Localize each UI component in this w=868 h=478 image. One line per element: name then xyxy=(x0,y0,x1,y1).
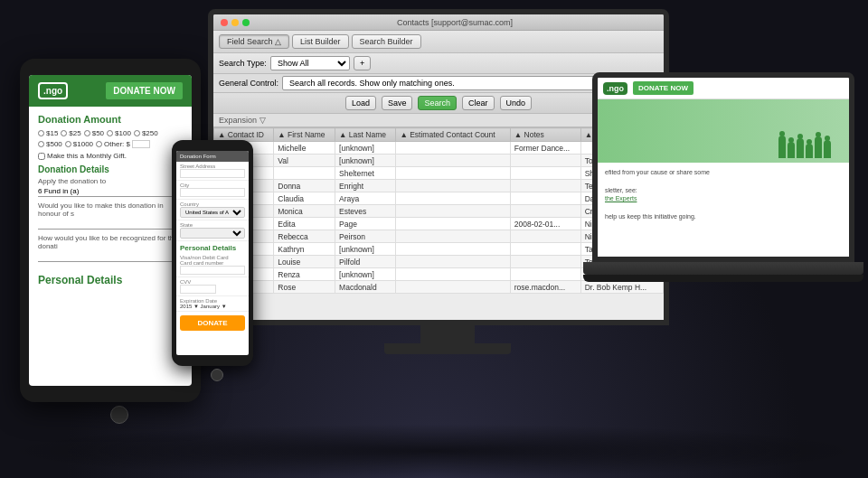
radio-250[interactable]: $250 xyxy=(134,129,158,137)
person-4 xyxy=(806,144,813,158)
close-dot[interactable] xyxy=(221,19,228,26)
phone-expiry-value: 2015 ▼ January ▼ xyxy=(180,304,245,309)
save-button[interactable]: Save xyxy=(382,96,413,110)
laptop-screen-inner: .ngo DONATE NOW xyxy=(598,78,849,257)
undo-button[interactable]: Undo xyxy=(500,96,533,110)
table-cell: Donna xyxy=(274,180,335,192)
table-cell xyxy=(510,256,580,268)
table-cell: 2008-02-01... xyxy=(510,218,580,230)
monitor-neck xyxy=(420,325,475,343)
phone-donate-button[interactable]: DONATE xyxy=(180,315,245,331)
search-plus-button[interactable]: + xyxy=(354,56,371,70)
recognize-label: How would you like to be recognized for … xyxy=(38,234,183,250)
laptop-bottom xyxy=(583,275,863,282)
table-cell: Rose xyxy=(274,281,335,294)
col-header-notes[interactable]: ▲ Notes xyxy=(510,128,580,142)
table-cell xyxy=(396,180,510,192)
recognize-input[interactable] xyxy=(38,251,183,262)
table-cell xyxy=(396,142,510,155)
phone-screen: Donation Form Street Address City Countr… xyxy=(176,151,249,355)
honour-input[interactable] xyxy=(38,219,183,230)
table-cell: Monica xyxy=(274,205,335,218)
phone-card-row: Visa/non Debit Card Card card number xyxy=(176,253,249,277)
list-builder-button[interactable]: List Builder xyxy=(292,34,349,49)
tablet-radio-group: $15 $25 $50 $100 $250 $500 $1000 Other: … xyxy=(38,129,183,148)
laptop-text-newsletter: sletter, see: xyxy=(605,186,842,195)
table-cell: Louise xyxy=(274,256,335,268)
table-cell xyxy=(396,167,510,180)
table-cell: Esteves xyxy=(335,205,396,218)
radio-1000[interactable]: $1000 xyxy=(65,140,93,148)
minimize-dot[interactable] xyxy=(231,19,239,26)
phone-header-text: Donation Form xyxy=(180,154,216,159)
honour-label: Would you like to make this donation in … xyxy=(38,202,183,218)
table-cell xyxy=(274,167,335,180)
radio-25[interactable]: $25 xyxy=(61,129,80,137)
phone-state-row: State xyxy=(176,220,249,241)
expansion-label: Expansion ▽ xyxy=(219,116,266,125)
tablet-screen: .ngo DONATE NOW Donation Amount $15 $25 … xyxy=(29,75,192,386)
radio-50[interactable]: $50 xyxy=(84,129,104,137)
table-cell: Claudia xyxy=(274,192,335,205)
laptop-device: .ngo DONATE NOW xyxy=(583,72,863,282)
col-header-count[interactable]: ▲ Estimated Contact Count xyxy=(396,128,510,142)
person-1 xyxy=(778,136,786,158)
tablet-donation-form: .ngo DONATE NOW Donation Amount $15 $25 … xyxy=(29,75,192,386)
table-cell xyxy=(396,218,510,230)
phone-state-select[interactable] xyxy=(180,228,245,239)
tablet-ngo-logo: .ngo xyxy=(38,82,68,99)
table-cell xyxy=(396,281,510,294)
field-search-button[interactable]: Field Search △ xyxy=(219,34,289,49)
search-builder-button[interactable]: Search Builder xyxy=(352,34,421,49)
search-type-label: Search Type: xyxy=(219,59,267,68)
table-cell: Edita xyxy=(274,218,335,230)
col-header-last[interactable]: ▲ Last Name xyxy=(335,128,396,142)
phone-country-select[interactable]: United States of America Canada xyxy=(180,207,245,218)
table-cell xyxy=(396,205,510,218)
search-type-row: Search Type: Show All Show Matches + xyxy=(213,53,664,74)
maximize-dot[interactable] xyxy=(242,19,250,26)
apply-input[interactable] xyxy=(38,186,183,197)
tablet-home-button[interactable] xyxy=(110,406,128,424)
tablet-donation-details-title: Donation Details xyxy=(38,164,183,174)
phone-street-input[interactable] xyxy=(180,169,245,178)
col-header-first[interactable]: ▲ First Name xyxy=(274,128,335,142)
laptop-experts-link[interactable]: the Experts xyxy=(605,195,637,202)
phone-donation-form: Donation Form Street Address City Countr… xyxy=(176,151,249,355)
laptop-hero-section xyxy=(598,99,849,163)
table-cell xyxy=(510,167,580,180)
radio-500[interactable]: $500 xyxy=(38,140,62,148)
table-cell: [unknown] xyxy=(335,142,396,155)
laptop-ngo-logo: .ngo xyxy=(603,82,627,95)
radio-15[interactable]: $15 xyxy=(38,129,58,137)
table-cell: Michelle xyxy=(274,142,335,155)
phone-expiry-row: Expiration Date 2015 ▼ January ▼ xyxy=(176,296,249,312)
table-cell: [unknown] xyxy=(335,243,396,256)
phone-home-button[interactable] xyxy=(211,369,223,381)
load-button[interactable]: Load xyxy=(345,96,376,110)
phone-city-input[interactable] xyxy=(180,188,245,197)
search-type-select[interactable]: Show All Show Matches xyxy=(270,56,350,70)
laptop-site-header: .ngo DONATE NOW xyxy=(598,78,849,99)
phone-card-input[interactable] xyxy=(180,266,245,275)
laptop-website: .ngo DONATE NOW xyxy=(598,78,849,257)
table-cell xyxy=(396,268,510,281)
table-cell xyxy=(510,205,580,218)
table-cell: rose.macdon... xyxy=(510,281,580,294)
table-row[interactable]: ▽ 7RoseMacdonaldrose.macdon...Dr. Bob Ke… xyxy=(214,281,664,294)
tablet-donate-now-button[interactable]: DONATE NOW xyxy=(106,82,183,99)
table-cell: Kathryn xyxy=(274,243,335,256)
monthly-gift-checkbox[interactable]: Make this a Monthly Gift. xyxy=(38,152,183,160)
table-cell xyxy=(510,230,580,243)
search-button[interactable]: Search xyxy=(418,96,457,110)
app-titlebar: Contacts [support@sumac.com] xyxy=(213,14,664,31)
tablet-header: .ngo DONATE NOW xyxy=(29,75,192,107)
clear-button[interactable]: Clear xyxy=(462,96,495,110)
table-cell: Araya xyxy=(335,192,396,205)
radio-100[interactable]: $100 xyxy=(107,129,131,137)
phone-cvv-input[interactable] xyxy=(180,285,216,294)
app-toolbar: Field Search △ List Builder Search Build… xyxy=(213,31,664,53)
radio-other[interactable]: Other: $ xyxy=(96,140,150,148)
table-cell: Peirson xyxy=(335,230,396,243)
laptop-donate-button[interactable]: DONATE NOW xyxy=(633,81,693,95)
